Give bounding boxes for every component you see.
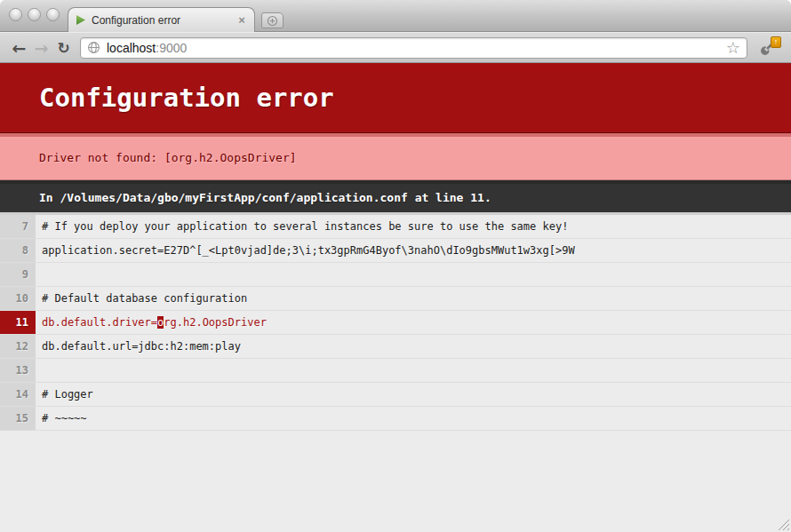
new-tab-plus-icon <box>267 15 278 27</box>
tab-strip: Configuration error × <box>0 0 791 32</box>
browser-window: Configuration error × ← → ↻ localhost:90… <box>0 0 791 532</box>
code-after-marker: rg.h2.OopsDriver <box>164 316 267 329</box>
url-text: localhost:9000 <box>107 41 187 55</box>
line-number: 10 <box>0 287 36 310</box>
forward-button[interactable]: → <box>30 36 52 60</box>
zoom-window-button[interactable] <box>46 8 60 21</box>
code-line-13: 13 <box>0 359 791 383</box>
play-framework-icon <box>75 14 86 26</box>
tab-configuration-error[interactable]: Configuration error × <box>68 7 255 32</box>
line-code: # Logger <box>36 383 791 406</box>
line-code: application.secret=E27D^[_<Lpt0vjad]de;3… <box>36 239 791 262</box>
globe-icon <box>87 41 100 54</box>
browser-menu-button[interactable]: ↑ <box>753 36 783 60</box>
minimize-window-button[interactable] <box>28 8 41 21</box>
code-line-7: 7 # If you deploy your application to se… <box>0 215 791 239</box>
url-port: :9000 <box>156 41 187 55</box>
url-host: localhost <box>107 41 156 55</box>
tab-close-icon[interactable]: × <box>236 14 248 27</box>
bookmark-star-icon[interactable]: ☆ <box>726 40 740 56</box>
line-number: 7 <box>0 215 36 238</box>
page-title: Configuration error <box>0 63 791 133</box>
code-line-14: 14 # Logger <box>0 383 791 407</box>
line-number: 13 <box>0 359 36 382</box>
close-window-button[interactable] <box>9 8 22 21</box>
line-number: 12 <box>0 335 36 358</box>
error-page: Configuration error Driver not found: [o… <box>0 63 791 532</box>
line-number: 11 <box>0 311 36 334</box>
line-code: db.default.driver=org.h2.OopsDriver <box>36 311 791 334</box>
line-code: # Default database configuration <box>36 287 791 310</box>
code-line-9: 9 <box>0 263 791 287</box>
code-line-8: 8 application.secret=E27D^[_<Lpt0vjad]de… <box>0 239 791 263</box>
line-code <box>36 359 791 382</box>
error-location: In /Volumes/Data/gbo/myFirstApp/conf/app… <box>0 180 791 212</box>
code-line-15: 15 # ~~~~~ <box>0 407 791 431</box>
new-tab-button[interactable] <box>261 12 284 28</box>
update-badge-icon: ↑ <box>771 36 781 48</box>
traffic-lights <box>9 8 60 21</box>
code-line-12: 12 db.default.url=jdbc:h2:mem:play <box>0 335 791 359</box>
error-detail: Driver not found: [org.h2.OopsDriver] <box>0 133 791 180</box>
line-code: # ~~~~~ <box>36 407 791 430</box>
browser-toolbar: ← → ↻ localhost:9000 ☆ ↑ <box>0 32 791 63</box>
tab-title: Configuration error <box>92 14 236 27</box>
line-code <box>36 263 791 286</box>
code-line-10: 10 # Default database configuration <box>0 287 791 311</box>
address-bar[interactable]: localhost:9000 ☆ <box>80 37 747 59</box>
line-code: db.default.url=jdbc:h2:mem:play <box>36 335 791 358</box>
line-number: 14 <box>0 383 36 406</box>
reload-button[interactable]: ↻ <box>52 36 75 60</box>
line-number: 9 <box>0 263 36 286</box>
code-line-11-error: 11 db.default.driver=org.h2.OopsDriver <box>0 311 791 335</box>
line-code: # If you deploy your application to seve… <box>36 215 791 238</box>
window-resize-grip[interactable] <box>776 517 790 531</box>
line-number: 15 <box>0 407 36 430</box>
code-listing: 7 # If you deploy your application to se… <box>0 212 791 431</box>
code-before-marker: db.default.driver= <box>42 316 157 329</box>
line-number: 8 <box>0 239 36 262</box>
back-button[interactable]: ← <box>8 36 30 60</box>
